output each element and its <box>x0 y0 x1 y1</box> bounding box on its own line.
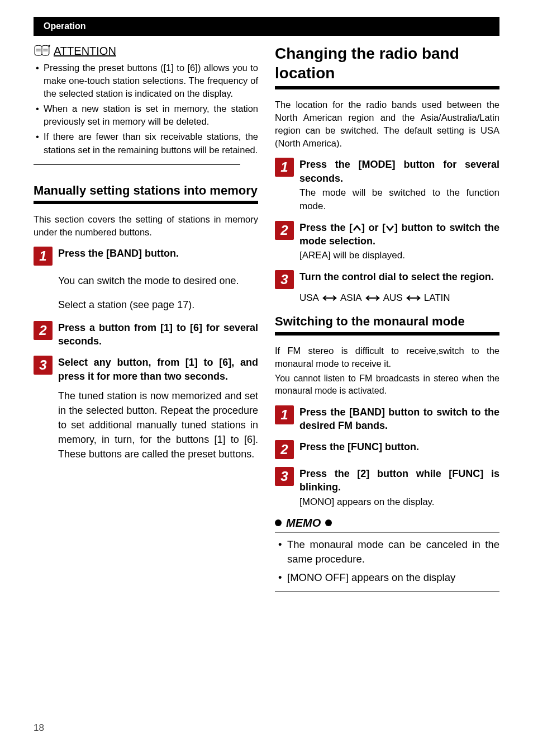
left-column: ATTENTION Pressing the preset buttons ([… <box>34 44 258 592</box>
bullet-dot-icon <box>325 519 332 526</box>
step-title: Press the [] or [] button to switch the … <box>299 221 499 248</box>
step-subtext: [MONO] appears on the display. <box>299 495 499 509</box>
thick-rule <box>275 86 499 89</box>
mono-intro: If FM stereo is difficult to receive,swi… <box>275 344 499 370</box>
mono-step-3: 3 Press the [2] button while [FUNC] is b… <box>275 467 499 508</box>
region-item: AUS <box>383 292 403 304</box>
step-number-badge: 1 <box>275 158 294 177</box>
step-subtext: The mode will be switched to the functio… <box>299 186 499 213</box>
manual-heading: Manually setting stations into memory <box>34 183 258 199</box>
step-title: Select any button, from [1] to [6], and … <box>58 356 258 383</box>
attention-bullet: When a new station is set in memory, the… <box>44 102 258 128</box>
step-title: Press the [MODE] button for several seco… <box>299 158 499 185</box>
memo-divider <box>275 532 499 533</box>
step-title: Press the [2] button while [FUNC] is bli… <box>299 467 499 494</box>
divider <box>34 164 240 165</box>
step-title: Press the [BAND] button. <box>58 247 258 260</box>
step-number-badge: 3 <box>34 356 53 375</box>
step-number-badge: 2 <box>34 321 53 340</box>
change-step-2: 2 Press the [] or [] button to switch th… <box>275 221 499 262</box>
region-item: ASIA <box>340 292 362 304</box>
bullet-dot-icon <box>275 519 282 526</box>
step-number-badge: 2 <box>275 440 294 459</box>
change-step-3: 3 Turn the control dial to select the re… <box>275 270 499 289</box>
attention-label: ATTENTION <box>54 45 116 58</box>
double-arrow-icon <box>406 294 421 302</box>
manual-step-2: 2 Press a button from [1] to [6] for sev… <box>34 321 258 348</box>
change-intro: The location for the radio bands used be… <box>275 98 499 150</box>
memo-header: MEMO <box>275 517 499 530</box>
attention-header: ATTENTION <box>34 44 258 58</box>
memo-bullet: [MONO OFF] appears on the display <box>287 570 499 585</box>
mono-heading: Switching to the monaural mode <box>275 314 499 330</box>
mono-intro-2: You cannot listen to FM broadcasts in st… <box>275 372 499 398</box>
attention-bullet: Pressing the preset buttons ([1] to [6])… <box>44 62 258 100</box>
step-subtext: [AREA] will be displayed. <box>299 249 499 262</box>
step-title: Turn the control dial to select the regi… <box>299 270 499 284</box>
step-title: Press the [BAND] button to switch to the… <box>299 405 499 433</box>
memo-divider <box>275 591 499 592</box>
chevron-up-icon <box>353 224 361 232</box>
attention-bullets: Pressing the preset buttons ([1] to [6])… <box>34 62 258 157</box>
attention-bullet: If there are fewer than six receivable s… <box>44 130 258 156</box>
step-title-fragment: Press the [ <box>299 222 353 233</box>
manual-intro: This section covers the setting of stati… <box>34 213 258 239</box>
region-item: LATIN <box>424 292 450 304</box>
section-header: Operation <box>34 17 499 36</box>
right-column: Changing the radio band location The loc… <box>275 44 499 592</box>
step-number-badge: 2 <box>275 221 294 240</box>
mono-step-2: 2 Press the [FUNC] button. <box>275 440 499 459</box>
step-title: Press the [FUNC] button. <box>299 440 499 453</box>
change-heading: Changing the radio band location <box>275 44 499 83</box>
thick-rule <box>34 201 258 204</box>
memo-list: The monaural mode can be canceled in the… <box>275 537 499 585</box>
step-text: The tuned station is now memorized and s… <box>58 389 258 461</box>
step-number-badge: 1 <box>34 247 53 266</box>
step-title-fragment: ] or [ <box>361 222 386 233</box>
memo-label: MEMO <box>286 517 321 530</box>
double-arrow-icon <box>322 294 337 302</box>
chevron-down-icon <box>386 224 394 232</box>
section-header-text: Operation <box>44 21 86 31</box>
mono-step-1: 1 Press the [BAND] button to switch to t… <box>275 405 499 433</box>
memo-bullet: The monaural mode can be canceled in the… <box>287 537 499 568</box>
step-title: Press a button from [1] to [6] for sever… <box>58 321 258 348</box>
region-cycle: USA ASIA AUS LATIN <box>299 292 499 304</box>
step-text: Select a station (see page 17). <box>58 297 258 312</box>
change-step-1: 1 Press the [MODE] button for several se… <box>275 158 499 212</box>
book-icon <box>34 44 50 58</box>
thick-rule <box>275 332 499 336</box>
step-text: You can switch the mode to desired one. <box>58 273 258 288</box>
manual-step-3: 3 Select any button, from [1] to [6], an… <box>34 356 258 461</box>
step-number-badge: 3 <box>275 467 294 486</box>
page-number: 18 <box>34 722 44 734</box>
manual-step-1: 1 Press the [BAND] button. <box>34 247 258 266</box>
step-number-badge: 3 <box>275 270 294 289</box>
step-number-badge: 1 <box>275 405 294 424</box>
double-arrow-icon <box>365 294 380 302</box>
region-item: USA <box>299 292 319 304</box>
